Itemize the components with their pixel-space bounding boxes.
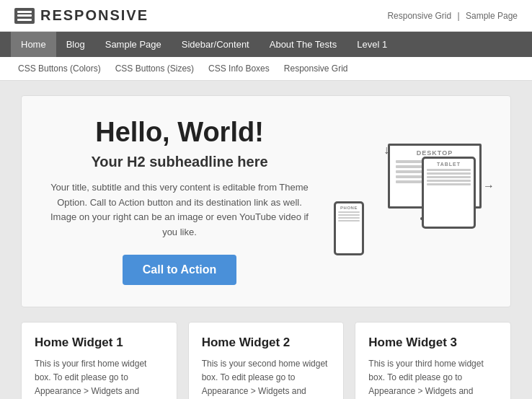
phone-device: PHONE <box>334 201 364 255</box>
nav-item-level1[interactable]: Level 1 <box>347 32 397 57</box>
nav-item-sample-page[interactable]: Sample Page <box>95 32 172 57</box>
hero-text: Hello, World! Your H2 subheadline here Y… <box>43 118 316 285</box>
nav-item-about-tests[interactable]: About The Tests <box>260 32 347 57</box>
hero-section: Hello, World! Your H2 subheadline here Y… <box>21 95 511 307</box>
widget-2-body: This is your second home widget box. To … <box>202 357 331 399</box>
logo-text: RESPONSIVE <box>40 7 148 24</box>
device-illustration: DESKTOP TABLET ↓ → PHO <box>330 144 489 259</box>
hero-subheading: Your H2 subheadline here <box>43 154 316 170</box>
phone-content <box>336 210 362 224</box>
sec-nav-css-buttons-sizes[interactable]: CSS Buttons (Sizes) <box>108 61 201 76</box>
logo-area: RESPONSIVE <box>14 7 148 24</box>
menu-icon[interactable] <box>14 8 35 24</box>
widget-3-title: Home Widget 3 <box>368 336 497 350</box>
top-bar: RESPONSIVE Responsive Grid | Sample Page <box>0 0 532 32</box>
phone-label: PHONE <box>336 203 362 210</box>
widget-3: Home Widget 3 This is your third home wi… <box>355 322 511 399</box>
primary-nav: Home Blog Sample Page Sidebar/Content Ab… <box>0 32 532 57</box>
secondary-nav: CSS Buttons (Colors) CSS Buttons (Sizes)… <box>0 57 532 81</box>
top-links: Responsive Grid | Sample Page <box>387 11 518 21</box>
top-link-responsive-grid[interactable]: Responsive Grid <box>387 11 451 21</box>
tablet-device: TABLET <box>422 157 476 229</box>
widget-2-title: Home Widget 2 <box>202 336 331 350</box>
arrow-down-icon: ↓ <box>384 144 389 157</box>
hero-body-text: Your title, subtitle and this very conte… <box>43 180 316 240</box>
tablet-label: TABLET <box>424 159 474 167</box>
nav-item-blog[interactable]: Blog <box>56 32 95 57</box>
main-container: Hello, World! Your H2 subheadline here Y… <box>14 95 518 399</box>
sec-nav-responsive-grid[interactable]: Responsive Grid <box>277 61 355 76</box>
widget-3-body: This is your third home widget box. To e… <box>368 357 497 399</box>
widgets-row: Home Widget 1 This is your first home wi… <box>21 322 511 399</box>
nav-item-sidebar-content[interactable]: Sidebar/Content <box>172 32 260 57</box>
widget-1-body: This is your first home widget box. To e… <box>35 357 164 399</box>
top-link-sample-page[interactable]: Sample Page <box>466 11 518 21</box>
desktop-label: DESKTOP <box>390 149 479 157</box>
arrow-right-icon: → <box>483 180 495 193</box>
sec-nav-css-buttons-colors[interactable]: CSS Buttons (Colors) <box>11 61 108 76</box>
widget-2: Home Widget 2 This is your second home w… <box>188 322 345 399</box>
widget-1: Home Widget 1 This is your first home wi… <box>21 322 177 399</box>
tablet-content <box>424 167 474 189</box>
cta-button[interactable]: Call to Action <box>123 255 237 285</box>
sec-nav-css-info-boxes[interactable]: CSS Info Boxes <box>201 61 277 76</box>
hero-heading: Hello, World! <box>43 118 316 148</box>
nav-item-home[interactable]: Home <box>11 32 56 57</box>
widget-1-title: Home Widget 1 <box>35 336 164 350</box>
